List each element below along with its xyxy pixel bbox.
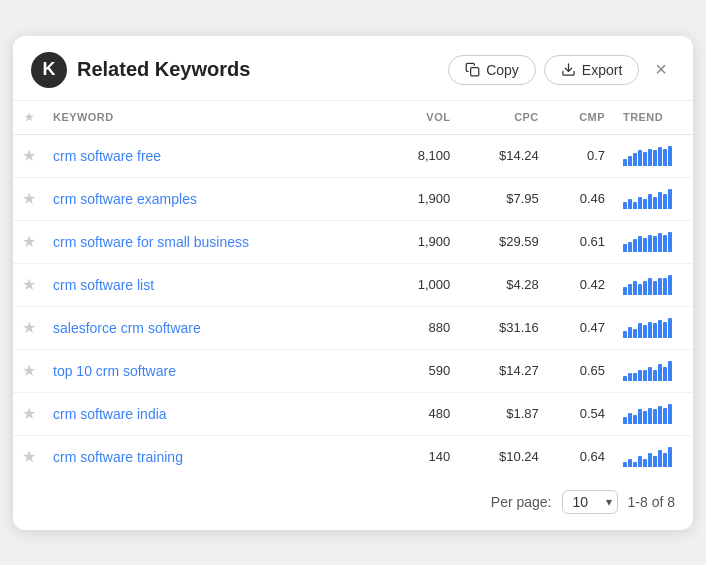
- trend-bar-segment: [633, 239, 637, 252]
- export-icon: [561, 62, 576, 77]
- trend-bar-segment: [653, 323, 657, 338]
- star-cell[interactable]: ★: [13, 177, 45, 220]
- trend-bar-segment: [643, 325, 647, 338]
- trend-bar-segment: [658, 147, 662, 166]
- trend-bar-segment: [633, 329, 637, 338]
- keyword-link[interactable]: crm software india: [53, 406, 167, 422]
- trend-bar-segment: [628, 459, 632, 467]
- vol-cell: 880: [381, 306, 458, 349]
- trend-bar-segment: [628, 284, 632, 295]
- trend-cell: [613, 263, 693, 306]
- keyword-cell: crm software india: [45, 392, 381, 435]
- trend-bar-segment: [658, 364, 662, 381]
- trend-bar-segment: [668, 447, 672, 467]
- trend-bar-segment: [633, 415, 637, 424]
- trend-bar-segment: [663, 453, 667, 467]
- trend-bar-segment: [658, 233, 662, 252]
- vol-cell: 1,900: [381, 220, 458, 263]
- copy-button[interactable]: Copy: [448, 55, 536, 85]
- trend-bar-segment: [623, 202, 627, 209]
- star-cell[interactable]: ★: [13, 435, 45, 478]
- copy-icon: [465, 62, 480, 77]
- cpc-cell: $1.87: [458, 392, 546, 435]
- trend-bar: [623, 189, 685, 209]
- trend-bar-segment: [658, 278, 662, 295]
- trend-bar-segment: [648, 453, 652, 467]
- cpc-cell: $31.16: [458, 306, 546, 349]
- col-header-cmp: CMP: [547, 101, 613, 135]
- trend-bar-segment: [628, 413, 632, 424]
- trend-bar-segment: [653, 409, 657, 424]
- trend-bar: [623, 361, 685, 381]
- trend-bar-segment: [663, 278, 667, 295]
- trend-bar-segment: [623, 244, 627, 252]
- trend-bar-segment: [633, 202, 637, 209]
- cmp-cell: 0.65: [547, 349, 613, 392]
- trend-cell: [613, 349, 693, 392]
- star-header-icon: ★: [24, 111, 34, 123]
- trend-bar-segment: [643, 411, 647, 424]
- star-cell[interactable]: ★: [13, 220, 45, 263]
- export-label: Export: [582, 62, 622, 78]
- trend-bar: [623, 447, 685, 467]
- trend-bar-segment: [668, 318, 672, 338]
- logo-icon: K: [31, 52, 67, 88]
- per-page-select[interactable]: 102550100: [562, 490, 618, 514]
- table-row: ★crm software list1,000$4.280.42: [13, 263, 693, 306]
- cpc-cell: $10.24: [458, 435, 546, 478]
- trend-cell: [613, 392, 693, 435]
- trend-bar-segment: [653, 281, 657, 295]
- star-cell[interactable]: ★: [13, 306, 45, 349]
- keyword-cell: salesforce crm software: [45, 306, 381, 349]
- star-cell[interactable]: ★: [13, 134, 45, 177]
- trend-bar-segment: [633, 373, 637, 381]
- keyword-link[interactable]: crm software list: [53, 277, 154, 293]
- per-page-select-wrap[interactable]: 102550100: [562, 490, 618, 514]
- copy-label: Copy: [486, 62, 519, 78]
- keyword-link[interactable]: crm software training: [53, 449, 183, 465]
- trend-bar-segment: [653, 370, 657, 381]
- close-button[interactable]: ×: [647, 54, 675, 85]
- trend-bar-segment: [628, 199, 632, 209]
- table-row: ★crm software training140$10.240.64: [13, 435, 693, 478]
- keyword-link[interactable]: salesforce crm software: [53, 320, 201, 336]
- keyword-cell: crm software for small business: [45, 220, 381, 263]
- trend-bar-segment: [648, 235, 652, 252]
- star-cell[interactable]: ★: [13, 392, 45, 435]
- keyword-link[interactable]: crm software examples: [53, 191, 197, 207]
- trend-cell: [613, 134, 693, 177]
- export-button[interactable]: Export: [544, 55, 639, 85]
- cmp-cell: 0.42: [547, 263, 613, 306]
- cmp-cell: 0.7: [547, 134, 613, 177]
- trend-bar-segment: [668, 232, 672, 252]
- cmp-cell: 0.64: [547, 435, 613, 478]
- cmp-cell: 0.61: [547, 220, 613, 263]
- keyword-link[interactable]: crm software free: [53, 148, 161, 164]
- trend-bar-segment: [648, 408, 652, 424]
- trend-bar-segment: [643, 281, 647, 295]
- trend-bar-segment: [663, 149, 667, 166]
- col-header-keyword: KEYWORD: [45, 101, 381, 135]
- trend-bar-segment: [638, 370, 642, 381]
- trend-bar-segment: [658, 406, 662, 424]
- trend-bar-segment: [668, 275, 672, 295]
- trend-bar-segment: [623, 287, 627, 295]
- cpc-cell: $14.24: [458, 134, 546, 177]
- trend-bar-segment: [643, 152, 647, 166]
- table-row: ★crm software for small business1,900$29…: [13, 220, 693, 263]
- trend-bar-segment: [628, 242, 632, 252]
- trend-bar-segment: [648, 149, 652, 166]
- star-cell[interactable]: ★: [13, 263, 45, 306]
- star-cell[interactable]: ★: [13, 349, 45, 392]
- trend-bar-segment: [638, 150, 642, 166]
- vol-cell: 1,000: [381, 263, 458, 306]
- trend-bar: [623, 232, 685, 252]
- cmp-cell: 0.54: [547, 392, 613, 435]
- trend-bar-segment: [663, 194, 667, 209]
- keyword-link[interactable]: top 10 crm software: [53, 363, 176, 379]
- vol-cell: 1,900: [381, 177, 458, 220]
- trend-bar-segment: [663, 235, 667, 252]
- trend-bar-segment: [668, 361, 672, 381]
- keyword-link[interactable]: crm software for small business: [53, 234, 249, 250]
- trend-bar-segment: [633, 153, 637, 166]
